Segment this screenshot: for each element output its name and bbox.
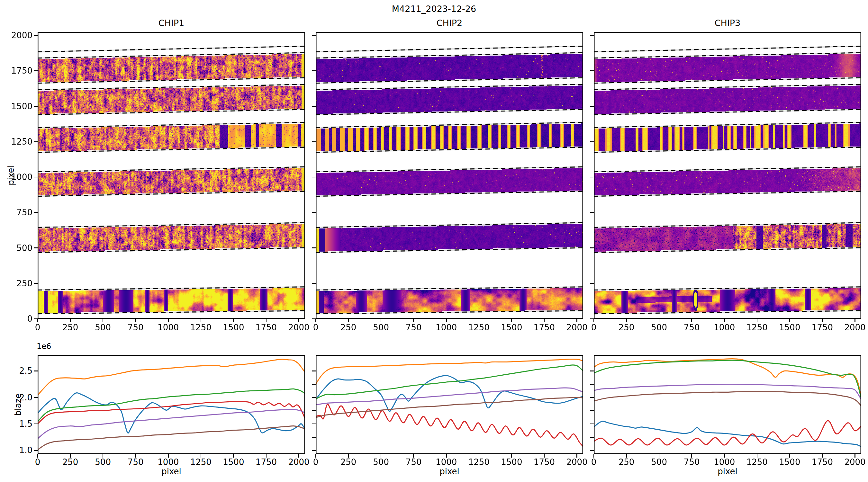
y-tick — [312, 437, 316, 438]
chip2-title: CHIP2 — [316, 18, 583, 28]
y-tick — [34, 283, 38, 284]
chip1-title: CHIP1 — [38, 18, 305, 28]
x-tick — [659, 319, 660, 322]
chip3-detector-image — [594, 32, 861, 319]
y-tick — [590, 384, 594, 385]
x-tick — [413, 319, 414, 322]
blaze-offset-text: 1e6 — [37, 342, 51, 351]
y-tick — [590, 450, 594, 451]
chip1-detector-panel — [38, 32, 305, 319]
chip2-detector-image — [316, 32, 583, 319]
y-tick-label: 1.5 — [5, 420, 32, 428]
chip1-blaze-x-axis-label: pixel — [38, 467, 305, 476]
y-tick — [590, 371, 594, 372]
x-tick — [70, 319, 71, 322]
y-tick — [590, 212, 594, 213]
y-tick — [312, 283, 316, 284]
chip2-blaze-panel — [316, 355, 583, 454]
chip3-blaze-panel — [594, 355, 861, 454]
y-tick-label: 1250 — [5, 137, 32, 146]
chip3-blaze-plot — [594, 355, 861, 454]
y-tick — [312, 371, 316, 372]
x-tick — [789, 319, 790, 322]
y-tick — [34, 177, 38, 178]
y-tick — [590, 141, 594, 142]
y-tick — [312, 397, 316, 398]
x-tick — [266, 319, 267, 322]
y-tick-label: 1000 — [5, 173, 32, 181]
x-tick — [544, 319, 545, 322]
x-tick — [381, 319, 381, 322]
y-tick — [34, 106, 38, 107]
x-tick-label: 2000 — [836, 458, 868, 466]
y-tick — [34, 450, 38, 451]
y-tick — [590, 248, 594, 248]
y-tick — [590, 423, 594, 424]
y-tick — [312, 35, 316, 36]
x-tick — [298, 319, 299, 322]
y-tick — [312, 423, 316, 424]
x-tick — [577, 319, 578, 322]
y-tick — [590, 35, 594, 36]
x-tick — [593, 319, 594, 322]
x-tick — [691, 319, 692, 322]
x-tick — [315, 319, 316, 322]
y-tick-label: 1.0 — [5, 446, 32, 454]
chip3-title: CHIP3 — [594, 18, 861, 28]
x-tick — [102, 319, 103, 322]
y-tick — [312, 410, 316, 411]
y-tick — [312, 384, 316, 385]
x-tick — [626, 319, 627, 322]
y-tick-label: 1750 — [5, 66, 32, 75]
y-tick — [312, 212, 316, 213]
y-tick-label: 1500 — [5, 102, 32, 110]
x-tick — [37, 319, 38, 322]
y-tick-label: 750 — [5, 208, 32, 217]
y-tick — [590, 177, 594, 178]
y-tick-label: 2.0 — [5, 393, 32, 401]
y-tick — [590, 70, 594, 71]
y-tick — [312, 318, 316, 319]
y-tick-label: 0 — [5, 315, 32, 323]
chip2-blaze-x-axis-label: pixel — [316, 467, 583, 476]
chip2-detector-panel — [316, 32, 583, 319]
chip3-blaze-x-axis-label: pixel — [594, 467, 861, 476]
x-tick — [757, 319, 758, 322]
chip2-blaze-plot — [316, 355, 583, 454]
y-tick-label: 500 — [5, 244, 32, 252]
y-tick-label: 2000 — [5, 31, 32, 39]
x-tick-label: 2000 — [836, 323, 868, 332]
y-tick — [312, 141, 316, 142]
y-tick — [312, 177, 316, 178]
y-tick — [312, 106, 316, 107]
x-tick — [855, 319, 856, 322]
x-tick — [348, 319, 349, 322]
y-tick — [34, 141, 38, 142]
x-tick — [233, 319, 234, 322]
y-tick — [312, 450, 316, 451]
y-tick — [34, 423, 38, 424]
figure: M4211_2023-12-26 CHIP1 CHIP2 CHIP3 pixel… — [0, 0, 868, 482]
y-tick — [590, 283, 594, 284]
y-tick — [34, 318, 38, 319]
y-tick — [590, 410, 594, 411]
chip1-detector-image — [38, 32, 305, 319]
x-tick — [479, 319, 479, 322]
y-tick — [34, 35, 38, 36]
y-tick — [590, 397, 594, 398]
x-tick — [511, 319, 512, 322]
y-tick — [590, 318, 594, 319]
figure-title: M4211_2023-12-26 — [0, 4, 868, 14]
x-tick — [135, 319, 136, 322]
chip3-detector-panel — [594, 32, 861, 319]
y-tick — [34, 70, 38, 71]
y-tick — [34, 397, 38, 398]
x-tick — [200, 319, 202, 322]
y-tick — [312, 70, 316, 71]
chip1-blaze-panel — [38, 355, 305, 454]
x-tick — [446, 319, 447, 322]
x-tick — [822, 319, 823, 322]
y-tick — [34, 212, 38, 213]
y-tick — [590, 437, 594, 438]
y-tick — [34, 371, 38, 372]
